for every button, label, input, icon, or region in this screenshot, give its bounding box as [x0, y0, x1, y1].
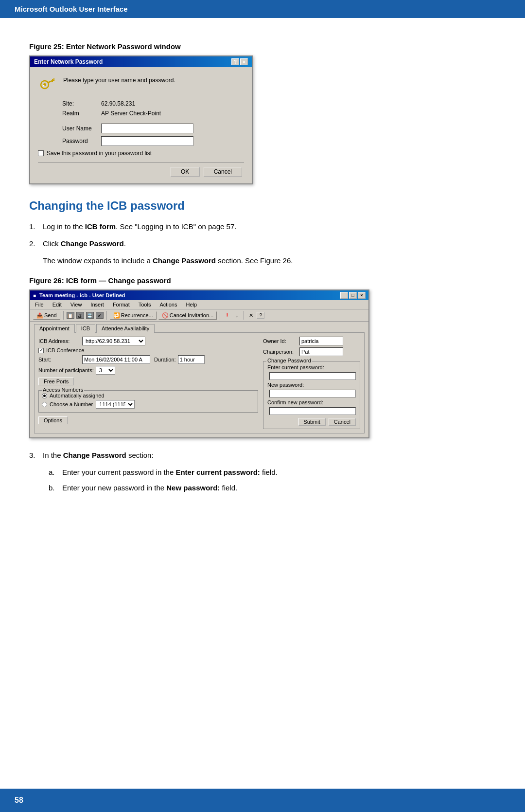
menu-help[interactable]: Help [184, 301, 199, 308]
header-title: Microsoft Outlook User Interface [15, 5, 128, 13]
duration-input[interactable] [178, 355, 205, 364]
icb-minimize-button[interactable]: _ [340, 292, 348, 299]
new-pwd-input-row [267, 390, 356, 397]
tab-attendee-availability[interactable]: Attendee Availability [96, 324, 155, 333]
figure26-caption: Figure 26: ICB form — Change password [29, 276, 496, 285]
sub-step-a-text: Enter your current password in the Enter… [62, 467, 278, 478]
menu-file[interactable]: File [33, 301, 46, 308]
free-ports-button[interactable]: Free Ports [38, 378, 74, 385]
auto-assigned-label: Automatically assigned [50, 393, 105, 398]
titlebar-buttons: ? × [231, 58, 248, 65]
menu-actions[interactable]: Actions [158, 301, 179, 308]
recurrence-icon: 🔁 [113, 312, 120, 319]
footer-bar: 58 [0, 789, 525, 812]
realm-row: Realm AP Server Check-Point [62, 110, 244, 117]
cancel-invitation-button[interactable]: 🚫 Cancel Invitation... [158, 311, 217, 320]
tab-icb[interactable]: ICB [76, 324, 95, 333]
icb-dialog-title: Team meeting - icb - User Defined [39, 292, 125, 298]
toolbar-sep-3 [220, 311, 220, 320]
icb-tabs: Appointment ICB Attendee Availability [30, 322, 368, 332]
icb-conference-label: ICB Conference [46, 347, 84, 353]
step-1-num: 1. [29, 221, 43, 233]
icb-address-label: ICB Address: [38, 338, 82, 344]
confirm-pwd-input[interactable] [269, 407, 356, 415]
auto-assigned-row: Automatically assigned [42, 393, 255, 398]
importance-low-icon[interactable]: ↓ [233, 312, 241, 319]
current-pwd-input[interactable] [269, 372, 356, 380]
dialog-header-row: Please type your user name and password. [38, 74, 244, 93]
username-input[interactable] [101, 124, 193, 133]
ok-button[interactable]: OK [171, 167, 200, 177]
enter-network-password-dialog: Enter Network Password ? × [29, 55, 253, 184]
header-bar: Microsoft Outlook User Interface [0, 0, 525, 18]
icb-address-select[interactable]: http://62.90.58.231 [82, 337, 145, 345]
start-duration-row: Start: Duration: [38, 355, 258, 364]
start-input[interactable] [82, 355, 150, 364]
menu-format[interactable]: Format [111, 301, 132, 308]
sub-step-a: a. Enter your current password in the En… [49, 467, 496, 478]
participants-select[interactable]: 3 [96, 366, 115, 375]
send-icon: 📤 [36, 312, 43, 319]
options-row: Options [38, 416, 258, 424]
step-2-num: 2. [29, 238, 43, 250]
chairperson-input[interactable] [299, 347, 343, 356]
sub-step-b-text: Enter your new password in the New passw… [62, 483, 237, 494]
auto-assigned-radio[interactable] [42, 393, 47, 398]
icb-titlebar-buttons: _ □ × [340, 292, 366, 299]
cancel-button[interactable]: Cancel [204, 167, 242, 177]
menu-tools[interactable]: Tools [137, 301, 153, 308]
options-button[interactable]: Options [38, 416, 68, 424]
password-input[interactable] [101, 136, 193, 146]
chairperson-label: Chairperson: [263, 349, 299, 355]
owner-id-input[interactable] [299, 337, 343, 345]
icb-conference-checkbox[interactable] [38, 348, 44, 353]
figure25-caption: Figure 25: Enter Network Password window [29, 42, 496, 51]
importance-high-icon[interactable]: ! [223, 312, 231, 319]
save-password-checkbox[interactable] [38, 150, 44, 156]
send-button[interactable]: 📤 Send [33, 311, 60, 320]
dialog-title: Enter Network Password [34, 58, 103, 65]
icb-form-dialog: ■ Team meeting - icb - User Defined _ □ … [29, 289, 369, 438]
change-password-section-label: Change Password [266, 358, 312, 363]
dialog-body: Please type your user name and password.… [30, 67, 252, 183]
menu-insert[interactable]: Insert [88, 301, 106, 308]
new-pwd-input[interactable] [269, 390, 356, 397]
section-heading: Changing the ICB password [29, 199, 496, 213]
step-3-num: 3. [29, 450, 43, 461]
choose-number-radio[interactable] [42, 402, 47, 407]
icb-left-panel: ICB Address: http://62.90.58.231 ICB Con… [38, 337, 258, 429]
help-button[interactable]: ? [231, 58, 239, 65]
step-1: 1. Log in to the ICB form. See "Logging … [29, 221, 496, 233]
copy-icon[interactable]: 📋 [67, 312, 74, 319]
password-label: Password [62, 138, 101, 144]
close-button[interactable]: × [240, 58, 248, 65]
access-numbers-section: Access Numbers Automatically assigned Ch… [38, 390, 258, 413]
site-value: 62.90.58.231 [101, 100, 135, 107]
check-icon[interactable]: ✔ [96, 312, 104, 319]
icb-titlebar-icon: ■ [33, 293, 36, 298]
submit-button[interactable]: Submit [298, 418, 326, 426]
cancel-pwd-button[interactable]: Cancel [329, 418, 356, 426]
username-label: User Name [62, 125, 101, 132]
print-icon[interactable]: 🖨 [76, 312, 84, 319]
current-pwd-row: Enter current password: [267, 364, 356, 370]
menu-edit[interactable]: Edit [51, 301, 64, 308]
username-row: User Name [62, 124, 244, 133]
start-label: Start: [38, 357, 82, 362]
current-pwd-label: Enter current password: [267, 364, 324, 370]
key-icon [38, 74, 57, 93]
icb-titlebar: ■ Team meeting - icb - User Defined _ □ … [30, 290, 368, 300]
recurrence-button[interactable]: 🔁 Recurrence... [110, 311, 157, 320]
menu-view[interactable]: View [69, 301, 84, 308]
save-password-row: Save this password in your password list [38, 150, 244, 157]
toolbar-sep-2 [106, 311, 107, 320]
icb-maximize-button[interactable]: □ [349, 292, 357, 299]
tab-appointment[interactable]: Appointment [34, 324, 75, 333]
free-ports-row: Free Ports [38, 378, 258, 385]
icb-close-button[interactable]: × [358, 292, 366, 299]
number-select[interactable]: 1114 (1115) [96, 400, 135, 409]
help-toolbar-icon[interactable]: ? [257, 312, 264, 319]
choose-number-row: Choose a Number 1114 (1115) [42, 400, 255, 409]
delete-icon[interactable]: ✕ [247, 312, 255, 319]
address-book-icon[interactable]: 📇 [86, 312, 94, 319]
